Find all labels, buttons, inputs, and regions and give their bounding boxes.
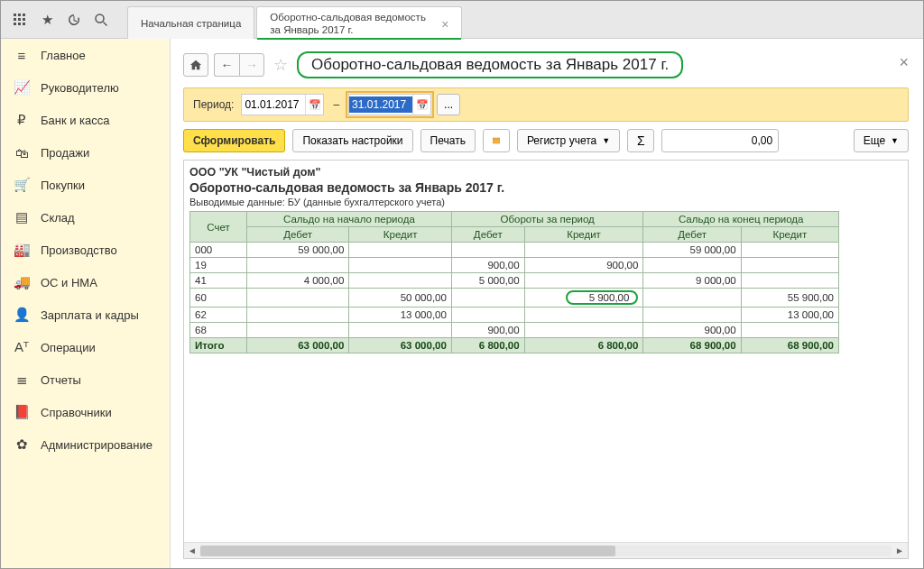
svg-rect-0 xyxy=(14,14,16,16)
sidebar-item-2[interactable]: ₽Банк и касса xyxy=(1,104,170,136)
sidebar-item-label: Склад xyxy=(41,211,75,225)
col-credit: Кредит xyxy=(524,227,643,243)
period-ellipsis-button[interactable]: ... xyxy=(437,94,460,115)
top-toolbar-left: ★ xyxy=(1,1,120,38)
cell-value: 59 000,00 xyxy=(643,243,741,258)
apps-icon[interactable] xyxy=(8,8,32,32)
sidebar-item-11[interactable]: 📕Справочники xyxy=(1,396,170,428)
date-from-input[interactable] xyxy=(242,96,305,113)
cell-value: 5 900,00 xyxy=(524,289,643,307)
org-name: ООО "УК "Чистый дом" xyxy=(189,166,902,179)
close-icon[interactable]: × xyxy=(441,18,448,31)
col-group-end: Сальдо на конец периода xyxy=(643,212,839,227)
sidebar-item-label: Справочники xyxy=(41,406,112,419)
sidebar-item-label: Продажи xyxy=(41,146,89,160)
chart-icon: 📈 xyxy=(14,79,30,96)
cell-value xyxy=(349,323,452,338)
cell-value: 59 000,00 xyxy=(246,243,349,258)
cell-value: 900,00 xyxy=(643,323,741,338)
factory-icon: 🏭 xyxy=(14,242,30,258)
tab-bar: Начальная страница Оборотно-сальдовая ве… xyxy=(127,1,464,39)
cell-account: 60 xyxy=(190,289,247,307)
svg-point-9 xyxy=(96,14,104,23)
calendar-icon[interactable]: 📅 xyxy=(412,95,430,115)
home-button[interactable] xyxy=(183,53,208,77)
sidebar-item-label: ОС и НМА xyxy=(41,276,97,289)
registry-button[interactable]: Регистр учета▼ xyxy=(517,129,620,152)
sidebar-item-label: Операции xyxy=(41,341,96,354)
search-icon[interactable] xyxy=(89,8,113,32)
cart-icon: 🛒 xyxy=(14,177,30,193)
cell-value xyxy=(741,273,838,289)
sidebar-item-8[interactable]: 👤Зарплата и кадры xyxy=(1,298,170,331)
table-row[interactable]: 6213 000,0013 000,00 xyxy=(190,307,839,323)
sidebar-item-4[interactable]: 🛒Покупки xyxy=(1,169,170,201)
back-button[interactable]: ← xyxy=(214,53,239,77)
sidebar-item-12[interactable]: ✿Администрирование xyxy=(1,428,170,461)
sidebar-item-7[interactable]: 🚚ОС и НМА xyxy=(1,266,170,298)
sidebar-item-1[interactable]: 📈Руководителю xyxy=(1,71,170,104)
scroll-track[interactable] xyxy=(200,546,892,556)
table-row[interactable]: 414 000,005 000,009 000,00 xyxy=(190,273,839,289)
show-settings-button[interactable]: Показать настройки xyxy=(292,129,412,152)
report-body[interactable]: ООО "УК "Чистый дом" Оборотно-сальдовая … xyxy=(184,161,908,542)
sidebar-item-5[interactable]: ▤Склад xyxy=(1,201,170,234)
scroll-right-icon[interactable]: ► xyxy=(892,544,908,558)
scroll-left-icon[interactable]: ◄ xyxy=(184,544,200,558)
date-to-field[interactable]: 📅 xyxy=(348,94,431,115)
tab-report[interactable]: Оборотно-сальдовая ведомость за Январь 2… xyxy=(256,6,462,39)
cell-value xyxy=(524,273,643,289)
tab-home[interactable]: Начальная страница xyxy=(127,6,254,39)
action-bar: Сформировать Показать настройки Печать Р… xyxy=(183,129,909,152)
cell-value xyxy=(741,243,838,258)
table-row[interactable]: 19900,00900,00 xyxy=(190,258,839,273)
sigma-button[interactable]: Σ xyxy=(627,129,654,152)
sidebar-item-6[interactable]: 🏭Производство xyxy=(1,234,170,266)
cell-total-value: 63 000,00 xyxy=(246,338,349,353)
content-area: ← → ☆ Оборотно-сальдовая ведомость за Ян… xyxy=(171,39,923,568)
col-account: Счет xyxy=(190,212,247,243)
sidebar: ≡Главное📈Руководителю₽Банк и касса🛍Прода… xyxy=(1,39,171,568)
mail-button[interactable] xyxy=(483,129,510,152)
truck-icon: 🚚 xyxy=(14,274,30,290)
calendar-icon[interactable]: 📅 xyxy=(305,95,323,115)
print-button[interactable]: Печать xyxy=(420,129,476,152)
svg-rect-3 xyxy=(14,18,16,21)
cell-value xyxy=(246,258,349,273)
date-to-input[interactable] xyxy=(349,96,412,113)
cell-account: 19 xyxy=(190,258,247,273)
sum-input[interactable] xyxy=(661,129,779,152)
date-from-field[interactable]: 📅 xyxy=(241,94,324,115)
sidebar-item-9[interactable]: AᵀОперации xyxy=(1,331,170,363)
favorite-star-icon[interactable]: ☆ xyxy=(273,55,288,75)
cell-value: 900,00 xyxy=(451,323,524,338)
sidebar-item-10[interactable]: ≣Отчеты xyxy=(1,363,170,396)
cell-total-value: 63 000,00 xyxy=(349,338,452,353)
svg-rect-2 xyxy=(23,14,25,16)
star-icon[interactable]: ★ xyxy=(35,8,59,32)
cell-value xyxy=(643,289,741,307)
cell-value xyxy=(741,323,838,338)
sidebar-item-label: Руководителю xyxy=(41,81,119,95)
cell-value: 900,00 xyxy=(524,258,643,273)
horizontal-scrollbar[interactable]: ◄ ► xyxy=(184,542,908,558)
cell-total-value: 68 900,00 xyxy=(643,338,741,353)
forward-button[interactable]: → xyxy=(239,53,264,77)
form-button[interactable]: Сформировать xyxy=(183,129,285,152)
cell-value xyxy=(741,258,838,273)
history-icon[interactable] xyxy=(62,8,86,32)
more-button[interactable]: Еще▼ xyxy=(854,129,909,152)
svg-rect-8 xyxy=(23,23,25,25)
cell-value xyxy=(451,307,524,323)
table-row[interactable]: 00059 000,0059 000,00 xyxy=(190,243,839,258)
sidebar-item-3[interactable]: 🛍Продажи xyxy=(1,136,170,169)
sidebar-item-label: Производство xyxy=(41,243,117,257)
table-row[interactable]: 68900,00900,00 xyxy=(190,323,839,338)
nav-buttons: ← → xyxy=(214,53,264,77)
col-credit: Кредит xyxy=(741,227,838,243)
sidebar-item-0[interactable]: ≡Главное xyxy=(1,39,170,71)
cell-value xyxy=(246,289,349,307)
table-row[interactable]: 6050 000,005 900,0055 900,00 xyxy=(190,289,839,307)
close-icon[interactable]: × xyxy=(899,53,909,72)
scroll-thumb[interactable] xyxy=(200,546,615,556)
